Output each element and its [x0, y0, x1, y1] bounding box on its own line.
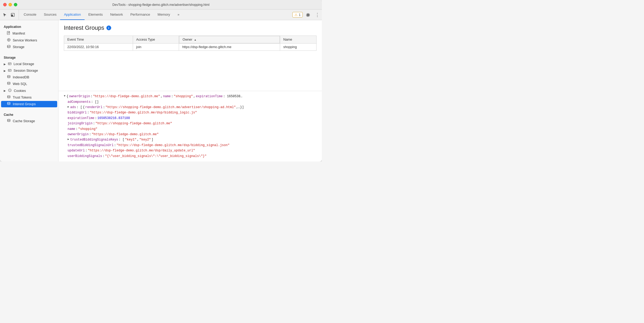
sidebar-item-service-workers[interactable]: Service Workers [1, 37, 57, 44]
detail-pane: ▼ { ownerOrigin : "https://dsp-fledge-de… [59, 91, 322, 162]
service-workers-icon [7, 38, 11, 42]
json-line-root: ▼ { ownerOrigin : "https://dsp-fledge-de… [64, 94, 318, 99]
sidebar-item-interest-groups[interactable]: Interest Groups [1, 101, 57, 107]
svg-point-28 [7, 119, 10, 120]
interest-groups-icon [7, 102, 11, 106]
sidebar-item-trust-tokens[interactable]: Trust Tokens [1, 94, 57, 101]
sidebar-item-cookies-label: Cookies [14, 89, 26, 93]
more-options-button[interactable]: ⋮ [313, 11, 321, 19]
sidebar-item-manifest-label: Manifest [13, 32, 25, 35]
traffic-lights [3, 3, 17, 6]
svg-point-20 [7, 82, 10, 83]
json-line-ownerorigin: ownerOrigin : "https://dsp-fledge-demo.g… [64, 132, 318, 137]
cell-name: shopping [280, 44, 316, 51]
dock-icon[interactable] [9, 11, 16, 19]
svg-rect-16 [8, 69, 11, 71]
local-storage-icon [8, 62, 11, 66]
toolbar-right: ⚠ 1 ⋮ [290, 10, 321, 20]
sidebar-item-cookies[interactable]: ▶ Cookies [1, 87, 57, 94]
tab-application[interactable]: Application [60, 10, 85, 20]
session-storage-arrow: ▶ [4, 69, 6, 72]
sidebar-item-local-storage-label: Local Storage [14, 62, 34, 66]
svg-point-7 [8, 39, 9, 40]
sidebar-item-cache-storage[interactable]: Cache Storage [1, 118, 57, 124]
json-line-adcomponents: adComponents : [] [64, 99, 318, 105]
svg-point-12 [7, 45, 10, 46]
sidebar-item-trust-tokens-label: Trust Tokens [13, 96, 32, 99]
cell-access-type: join [133, 44, 179, 51]
warning-icon: ⚠ [294, 13, 298, 17]
tab-console[interactable]: Console [20, 10, 40, 20]
json-line-ads: ▶ ads : [ { renderUrl : "https://shoppin… [64, 105, 318, 110]
info-icon[interactable]: i [106, 26, 111, 30]
sidebar-section-storage: Storage [0, 54, 58, 61]
json-line-userbiddingsignals: userBiddingSignals : "{\"user_bidding_si… [64, 154, 318, 159]
devtools-window: DevTools - shopping-fledge-demo.glitch.m… [0, 0, 322, 162]
json-line-expirationtime: expirationTime : 1650538216.837188 [64, 116, 318, 121]
indexeddb-icon [7, 75, 11, 79]
json-line-biddingurl: biddingUrl : "https://dsp-fledge-demo.gl… [64, 110, 318, 115]
svg-point-21 [9, 89, 11, 92]
interest-groups-panel: Interest Groups i Event Time Access Type [59, 20, 322, 91]
sidebar-item-web-sql[interactable]: Web SQL [1, 81, 57, 87]
toolbar: Console Sources Application Elements Net… [0, 10, 322, 20]
maximize-button[interactable] [14, 3, 17, 6]
tab-network[interactable]: Network [106, 10, 127, 20]
content-panel: Interest Groups i Event Time Access Type [59, 20, 322, 162]
table-row[interactable]: 22/03/2022, 10:50:16 join https://dsp-fl… [64, 44, 317, 51]
storage-icon [7, 45, 11, 49]
cache-storage-icon [7, 119, 11, 123]
cell-owner: https://dsp-fledge-demo.glitch.me [179, 44, 280, 51]
json-line-joiningorigin: joiningOrigin : "https://shopping-fledge… [64, 121, 318, 126]
svg-point-25 [9, 91, 10, 91]
sidebar-item-interest-groups-label: Interest Groups [13, 102, 36, 106]
root-toggle[interactable]: ▼ [64, 94, 65, 98]
sidebar-item-session-storage[interactable]: ▶ Session Storage [1, 67, 57, 74]
json-line-updateurl: updateUrl : "https://dsp-fledge-demo.gli… [64, 148, 318, 153]
sidebar-item-manifest[interactable]: Manifest [1, 30, 57, 37]
ads-toggle[interactable]: ▶ [68, 105, 69, 109]
col-access-type[interactable]: Access Type [133, 36, 179, 44]
cookies-icon [8, 88, 12, 93]
sidebar-item-web-sql-label: Web SQL [13, 82, 27, 86]
tab-performance[interactable]: Performance [127, 10, 154, 20]
minimize-button[interactable] [9, 3, 12, 6]
panel-title: Interest Groups [64, 24, 104, 31]
col-name[interactable]: Name [280, 36, 316, 44]
trust-tokens-icon [7, 95, 11, 100]
sidebar-section-cache: Cache [0, 111, 58, 118]
svg-point-23 [10, 89, 10, 90]
svg-point-19 [7, 75, 10, 76]
tab-memory[interactable]: Memory [154, 10, 174, 20]
sidebar-item-storage-label: Storage [13, 45, 24, 49]
tab-sources[interactable]: Sources [40, 10, 60, 20]
col-owner[interactable]: Owner ▲ [179, 36, 280, 43]
json-line-trustedbiddingsignalskeys: ▶ trustedBiddingSignalsKeys : [ "key1" ,… [64, 137, 318, 142]
close-button[interactable] [3, 3, 7, 6]
svg-rect-1 [11, 15, 13, 16]
sidebar-item-service-workers-label: Service Workers [13, 39, 37, 42]
main-content: Application Manifest [0, 20, 322, 162]
sidebar-item-storage[interactable]: Storage [1, 44, 57, 50]
col-event-time[interactable]: Event Time [64, 36, 133, 44]
sidebar-item-indexeddb[interactable]: IndexedDB [1, 74, 57, 80]
sidebar-item-session-storage-label: Session Storage [14, 69, 38, 73]
tab-more[interactable]: » [174, 10, 183, 20]
svg-point-24 [10, 90, 11, 91]
trusted-keys-toggle[interactable]: ▶ [68, 137, 69, 142]
cookies-arrow: ▶ [4, 89, 6, 92]
settings-button[interactable] [304, 11, 312, 19]
session-storage-icon [8, 69, 11, 73]
json-line-name: name : "shopping" [64, 126, 318, 132]
warning-badge[interactable]: ⚠ 1 [292, 12, 303, 18]
manifest-icon [7, 31, 10, 36]
svg-rect-13 [8, 63, 11, 65]
table-header: Event Time Access Type Owner ▲ Name [64, 36, 317, 44]
cursor-icon[interactable] [1, 11, 9, 19]
svg-point-22 [9, 90, 10, 90]
sidebar-item-local-storage[interactable]: ▶ Local Storage [1, 61, 57, 67]
tab-elements[interactable]: Elements [85, 10, 106, 20]
table-body: 22/03/2022, 10:50:16 join https://dsp-fl… [64, 44, 317, 51]
owner-sort-arrow: ▲ [194, 38, 197, 41]
json-line-trustedbiddingsignalsurl: trustedBiddingSignalsUrl : "https://dsp-… [64, 143, 318, 148]
